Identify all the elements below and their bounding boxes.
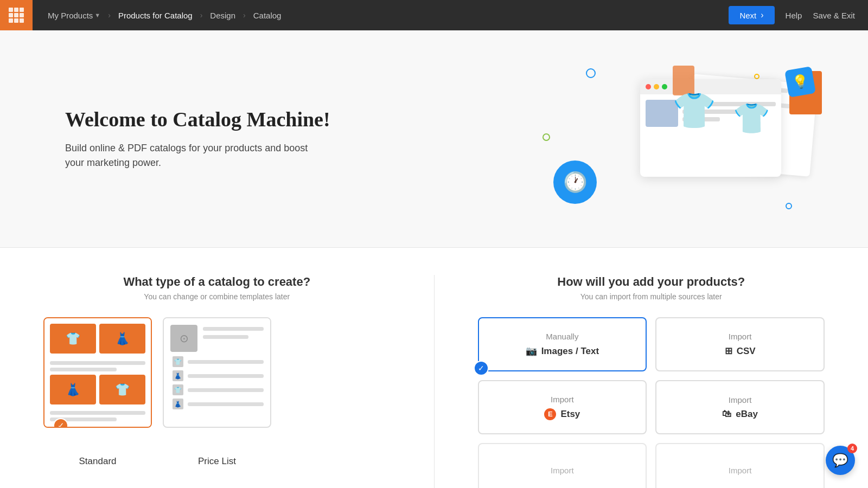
chat-button[interactable]: 💬 4: [826, 446, 855, 475]
chat-badge-count: 4: [847, 444, 857, 453]
row5a-label-top: Import: [551, 466, 574, 475]
product-option-csv[interactable]: Import ⊞ CSV: [655, 317, 825, 371]
nav-arrow-1: ›: [108, 11, 111, 20]
pricelist-img-placeholder: ⊙: [170, 325, 197, 352]
ebay-label-top: Import: [729, 395, 752, 404]
help-button[interactable]: Help: [786, 11, 802, 20]
products-section-subtitle: You can import from multiple sources lat…: [478, 292, 825, 301]
next-button[interactable]: Next ›: [729, 6, 774, 24]
deco-dot-2: [542, 133, 550, 141]
hero-illustration: 👕 👕 🕐 💡: [521, 63, 825, 215]
catalog-options: 👕 👗 👗 👕: [43, 317, 391, 478]
csv-label-main: ⊞ CSV: [725, 345, 756, 357]
csv-label-top: Import: [729, 332, 752, 341]
section-divider: [434, 275, 435, 488]
products-section-title: How will you add your products?: [478, 275, 825, 289]
hero-section: Welcome to Catalog Machine! Build online…: [0, 30, 868, 248]
catalog-option-standard[interactable]: 👕 👗 👗 👕: [43, 317, 152, 428]
nav-step-catalog[interactable]: Catalog: [251, 11, 284, 20]
products-add-section: How will you add your products? You can …: [478, 275, 825, 488]
standard-thumb-1: 👕: [50, 324, 96, 354]
chat-icon: 💬: [832, 453, 848, 468]
illus-clock-icon: 🕐: [553, 160, 597, 204]
catalog-option-pricelist[interactable]: ⊙ 👕 👗: [163, 317, 271, 428]
hero-subtitle: Build online & PDF catalogs for your pro…: [65, 141, 326, 170]
csv-icon: ⊞: [725, 345, 732, 357]
nav-right-actions: Next › Help Save & Exit: [729, 6, 868, 24]
catalog-section-subtitle: You can change or combine templates late…: [43, 292, 391, 301]
deco-dot-3: [754, 74, 760, 79]
manually-label-top: Manually: [546, 332, 578, 341]
etsy-icon: E: [544, 408, 556, 420]
product-add-options: Manually 📷 Images / Text ✓ Import ⊞ CSV …: [478, 317, 825, 488]
nav-step-my-products[interactable]: My Products ▼: [46, 11, 103, 20]
hero-title: Welcome to Catalog Machine!: [65, 107, 330, 131]
nav-arrow-3: ›: [243, 11, 246, 20]
catalog-section-title: What type of a catalog to create?: [43, 275, 391, 289]
nav-step-products-for-catalog[interactable]: Products for Catalog: [116, 11, 195, 20]
deco-dot-1: [586, 68, 596, 78]
catalog-type-section: What type of a catalog to create? You ca…: [43, 275, 391, 488]
manually-label-main: 📷 Images / Text: [526, 345, 599, 357]
row5b-label-top: Import: [729, 466, 752, 475]
ebay-label-main: 🛍 eBay: [722, 409, 758, 420]
top-nav: My Products ▼ › Products for Catalog › D…: [0, 0, 868, 30]
product-option-etsy[interactable]: Import E Etsy: [478, 380, 647, 434]
etsy-label-top: Import: [551, 395, 574, 404]
main-content: What type of a catalog to create? You ca…: [0, 248, 868, 488]
illus-shirt-dark: 👕: [672, 90, 716, 131]
product-option-row5a[interactable]: Import: [478, 443, 647, 488]
standard-thumb-3: 👗: [50, 375, 96, 404]
app-logo[interactable]: [0, 0, 33, 30]
product-option-row5b[interactable]: Import: [655, 443, 825, 488]
nav-step-design[interactable]: Design: [208, 11, 238, 20]
product-option-ebay[interactable]: Import 🛍 eBay: [655, 380, 825, 434]
standard-thumb-4: 👕: [99, 375, 145, 404]
save-exit-button[interactable]: Save & Exit: [813, 11, 855, 20]
pricelist-label: Price List: [163, 456, 271, 467]
breadcrumb-steps: My Products ▼ › Products for Catalog › D…: [33, 11, 729, 20]
deco-dot-4: [786, 203, 792, 209]
nav-arrow-2: ›: [200, 11, 203, 20]
manually-selected-badge: ✓: [474, 361, 489, 376]
illus-bulb-icon: 💡: [784, 66, 816, 98]
next-arrow-icon: ›: [761, 10, 763, 20]
ebay-icon: 🛍: [722, 409, 731, 420]
etsy-label-main: E Etsy: [544, 408, 580, 420]
illus-shirt-blue: 👕: [733, 101, 770, 136]
standard-thumb-2: 👗: [99, 324, 145, 354]
camera-icon: 📷: [526, 345, 537, 357]
product-option-manually[interactable]: Manually 📷 Images / Text ✓: [478, 317, 647, 371]
hero-text: Welcome to Catalog Machine! Build online…: [65, 107, 330, 170]
standard-label: Standard: [43, 456, 152, 467]
